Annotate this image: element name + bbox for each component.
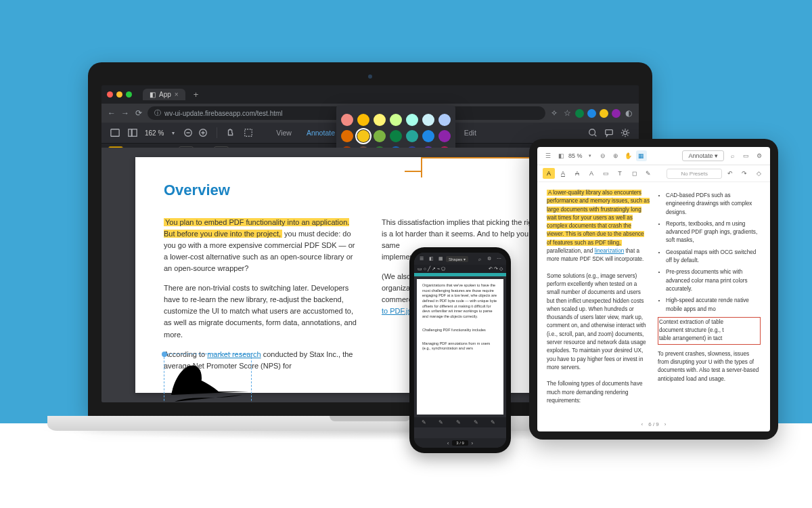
- prev-page-button[interactable]: ‹: [641, 421, 644, 427]
- search-icon[interactable]: [586, 126, 600, 140]
- note-tool[interactable]: ▭: [600, 168, 612, 179]
- menu-icon[interactable]: ☰: [543, 150, 554, 161]
- more-icon[interactable]: ⋯: [495, 255, 503, 263]
- line-tool[interactable]: ╱: [428, 266, 430, 272]
- eraser-tool[interactable]: ◇: [499, 266, 503, 272]
- color-swatch[interactable]: [374, 114, 386, 126]
- comments-icon[interactable]: ▭: [740, 150, 751, 161]
- polyline-tool[interactable]: ⌁: [437, 266, 440, 272]
- color-swatch[interactable]: [422, 114, 434, 126]
- close-window[interactable]: [107, 91, 113, 98]
- color-swatch[interactable]: [357, 114, 369, 126]
- zoom-in-button[interactable]: ⊕: [610, 150, 621, 161]
- mode-dropdown[interactable]: Shapes ▾: [446, 256, 468, 262]
- menu-icon[interactable]: ☰: [418, 255, 426, 263]
- sidebar-icon[interactable]: ◧: [427, 255, 435, 263]
- pan-tool-icon[interactable]: [224, 126, 238, 140]
- reload-button[interactable]: ⟳: [134, 108, 143, 118]
- pen-preset[interactable]: ✎: [422, 419, 430, 425]
- arrow-tool[interactable]: ↗: [432, 266, 436, 272]
- tab-edit[interactable]: Edit: [457, 126, 484, 140]
- tablet-document[interactable]: A lower-quality library also encounters …: [537, 182, 770, 412]
- chevron-down-icon[interactable]: ▾: [585, 150, 595, 161]
- underline-tool[interactable]: A: [557, 168, 569, 179]
- sidebar-icon[interactable]: ◧: [556, 150, 566, 161]
- zoom-out-button[interactable]: [181, 126, 195, 140]
- color-swatch[interactable]: [341, 130, 353, 142]
- browser-tab[interactable]: ◧ App ×: [143, 89, 185, 100]
- pen-preset[interactable]: ✎: [491, 419, 499, 425]
- pen-preset[interactable]: ✎: [438, 419, 447, 425]
- mode-dropdown[interactable]: Annotate ▾: [682, 150, 724, 161]
- highlight-tool[interactable]: A: [543, 168, 555, 179]
- extension-icon[interactable]: [587, 109, 596, 118]
- circle-tool[interactable]: ○: [424, 266, 426, 272]
- extension-icon[interactable]: [600, 109, 608, 118]
- new-tab-button[interactable]: +: [189, 88, 203, 101]
- settings-icon[interactable]: ⚙: [754, 150, 765, 161]
- inline-link[interactable]: linearization: [595, 248, 625, 254]
- maximize-window[interactable]: [126, 91, 132, 98]
- extension-icon[interactable]: [575, 109, 584, 118]
- sidebar-toggle-icon[interactable]: [126, 126, 139, 140]
- share-icon[interactable]: ✧: [549, 108, 559, 118]
- search-icon[interactable]: ⌕: [476, 255, 484, 263]
- pen-preset[interactable]: ✎: [474, 419, 482, 425]
- color-swatch[interactable]: [390, 114, 402, 126]
- eraser-tool[interactable]: ◇: [752, 168, 765, 179]
- pan-tool-icon[interactable]: ✋: [623, 150, 634, 161]
- window-controls[interactable]: [107, 91, 132, 98]
- pen-tool[interactable]: ✎: [642, 168, 654, 179]
- color-swatch[interactable]: [438, 114, 451, 126]
- color-swatch[interactable]: [406, 130, 418, 142]
- zoom-value[interactable]: 85 %: [568, 152, 583, 159]
- color-swatch[interactable]: [374, 130, 386, 142]
- color-swatch[interactable]: [422, 130, 434, 142]
- menu-icon[interactable]: [108, 126, 122, 140]
- color-swatch[interactable]: [438, 130, 451, 142]
- phone-document[interactable]: Organizations that we've spoken to have …: [417, 279, 503, 415]
- undo-button[interactable]: ↶: [724, 168, 736, 179]
- settings-icon[interactable]: ⚙: [485, 255, 493, 263]
- strikethrough-tool[interactable]: A: [571, 168, 583, 179]
- next-page-button[interactable]: ›: [664, 421, 667, 427]
- chevron-down-icon[interactable]: ▾: [166, 126, 180, 140]
- profile-icon[interactable]: ◐: [624, 108, 633, 118]
- forward-button[interactable]: →: [120, 108, 130, 118]
- freetext-tool[interactable]: T: [614, 168, 626, 179]
- zoom-in-button[interactable]: [196, 126, 210, 140]
- sticky-tool[interactable]: ◻: [628, 168, 640, 179]
- minimize-window[interactable]: [116, 91, 122, 98]
- bookmark-icon[interactable]: ☆: [562, 108, 572, 118]
- color-swatch[interactable]: [341, 114, 353, 126]
- color-swatch[interactable]: [390, 130, 402, 142]
- page-indicator[interactable]: 3 / 9: [452, 440, 468, 446]
- inline-link[interactable]: to PDF.js: [382, 307, 411, 315]
- polygon-tool[interactable]: ⬠: [441, 266, 445, 272]
- view-icon[interactable]: ▦: [436, 255, 445, 263]
- select-tool-icon[interactable]: ▦: [636, 150, 647, 161]
- back-button[interactable]: ←: [107, 108, 116, 118]
- highlighted-text[interactable]: A lower-quality library also encounters …: [547, 190, 650, 246]
- select-tool-icon[interactable]: [242, 126, 255, 140]
- close-tab-icon[interactable]: ×: [175, 91, 179, 98]
- redo-button[interactable]: ↷: [494, 266, 498, 272]
- rect-tool[interactable]: ▭: [418, 266, 422, 272]
- undo-button[interactable]: ↶: [489, 266, 493, 272]
- search-icon[interactable]: ⌕: [727, 150, 738, 161]
- page-indicator[interactable]: 6 / 9: [648, 421, 659, 427]
- prev-page-button[interactable]: ‹: [447, 441, 449, 446]
- extension-icon[interactable]: [612, 109, 621, 118]
- squiggly-tool[interactable]: A: [585, 168, 597, 179]
- redo-button[interactable]: ↷: [738, 168, 750, 179]
- color-swatch[interactable]: [406, 114, 418, 126]
- site-info-icon[interactable]: ⓘ: [154, 108, 161, 118]
- pen-preset[interactable]: ✎: [456, 419, 464, 425]
- preset-dropdown[interactable]: No Presets: [667, 169, 722, 179]
- rectangle-annotation[interactable]: Context extraction of table document str…: [658, 317, 761, 345]
- zoom-out-button[interactable]: ⊖: [597, 150, 608, 161]
- tab-view[interactable]: View: [269, 126, 299, 140]
- settings-icon[interactable]: [618, 126, 632, 140]
- signature-annotation[interactable]: [164, 354, 252, 402]
- color-swatch[interactable]: [357, 130, 369, 142]
